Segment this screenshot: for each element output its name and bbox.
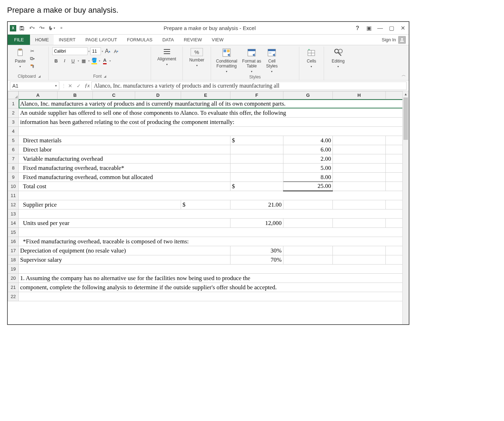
- cell[interactable]: Variable manufacturing overhead: [19, 154, 230, 164]
- paste-button[interactable]: Paste ▾: [13, 47, 27, 69]
- name-box[interactable]: A1▾: [10, 82, 59, 90]
- increase-font-icon[interactable]: A▴: [104, 48, 112, 55]
- row-header[interactable]: 4: [8, 127, 19, 136]
- cut-icon[interactable]: ✂: [29, 47, 36, 54]
- cell[interactable]: Supplier price: [19, 200, 181, 209]
- col-header-D[interactable]: D: [135, 91, 181, 99]
- col-header-I[interactable]: I: [386, 91, 403, 99]
- cell[interactable]: 5.00: [283, 164, 333, 173]
- row-header[interactable]: 9: [8, 173, 19, 182]
- decrease-font-icon[interactable]: A▾: [112, 48, 120, 55]
- undo-button[interactable]: ↶▾: [28, 24, 36, 32]
- col-header-E[interactable]: E: [181, 91, 230, 99]
- cell[interactable]: Fixed manufacturing overhead, common but…: [19, 173, 230, 182]
- cell[interactable]: [230, 154, 283, 164]
- tab-home[interactable]: HOME: [30, 35, 54, 45]
- column-headers[interactable]: A B C D E F G H I: [8, 91, 403, 99]
- cell[interactable]: 6.00: [283, 145, 333, 154]
- cell[interactable]: *Fixed manufacturing overhead, traceable…: [19, 237, 403, 246]
- cell[interactable]: [19, 228, 403, 237]
- tab-formulas[interactable]: FORMULAS: [122, 35, 157, 45]
- cell[interactable]: Depreciation of equipment (no resale val…: [19, 246, 230, 255]
- cell[interactable]: Direct materials: [19, 136, 230, 145]
- cell[interactable]: 25.00: [283, 182, 333, 191]
- cell[interactable]: [386, 173, 403, 182]
- qat-customize-button[interactable]: =: [57, 24, 66, 32]
- cell[interactable]: [333, 173, 386, 182]
- row-header[interactable]: 5: [8, 136, 19, 145]
- cell[interactable]: [386, 246, 403, 255]
- col-header-A[interactable]: A: [19, 91, 58, 99]
- number-format-button[interactable]: % Number ▾: [188, 47, 206, 68]
- cell[interactable]: [333, 200, 386, 209]
- tab-page-layout[interactable]: PAGE LAYOUT: [80, 35, 122, 45]
- row-header[interactable]: 15: [8, 228, 19, 237]
- cells-button[interactable]: Cells ▾: [305, 47, 318, 69]
- cell[interactable]: 1. Assuming the company has no alternati…: [19, 274, 403, 283]
- tab-view[interactable]: VIEW: [207, 35, 228, 45]
- cell[interactable]: [386, 154, 403, 164]
- cell[interactable]: [19, 265, 403, 274]
- row-header[interactable]: 19: [8, 265, 19, 274]
- clipboard-dialog-launcher[interactable]: ◢: [38, 75, 41, 78]
- row-header[interactable]: 10: [8, 182, 19, 191]
- scroll-thumb[interactable]: [403, 97, 408, 140]
- cell[interactable]: component, complete the following analys…: [19, 283, 403, 292]
- row-header[interactable]: 20: [8, 274, 19, 283]
- row-header[interactable]: 16: [8, 237, 19, 246]
- cell[interactable]: Supervisor salary: [19, 255, 230, 265]
- col-header-F[interactable]: F: [230, 91, 283, 99]
- cell[interactable]: [230, 164, 283, 173]
- formula-input[interactable]: Alanco, Inc. manufactures a variety of p…: [91, 82, 407, 90]
- scroll-up-icon[interactable]: ▲: [403, 91, 409, 97]
- collapse-ribbon-icon[interactable]: ︿: [402, 72, 406, 78]
- cell[interactable]: [386, 182, 403, 191]
- row-header[interactable]: 7: [8, 154, 19, 164]
- insert-function-icon[interactable]: ƒx: [83, 83, 91, 89]
- cancel-formula-icon[interactable]: ✕: [66, 83, 74, 89]
- cell[interactable]: [386, 255, 403, 265]
- format-as-table-button[interactable]: Format as Table▾: [241, 47, 263, 74]
- cell[interactable]: Direct labor: [19, 145, 230, 154]
- row-header[interactable]: 12: [8, 200, 19, 209]
- row-header[interactable]: 1: [8, 99, 19, 108]
- bold-button[interactable]: B: [52, 57, 60, 64]
- row-header[interactable]: 2: [8, 108, 19, 118]
- cell[interactable]: 8.00: [283, 173, 333, 182]
- cell[interactable]: [230, 173, 283, 182]
- cell[interactable]: [19, 209, 403, 219]
- cell[interactable]: [386, 145, 403, 154]
- row-header[interactable]: 13: [8, 209, 19, 219]
- cell[interactable]: [333, 154, 386, 164]
- cell[interactable]: [386, 136, 403, 145]
- cell[interactable]: [333, 219, 386, 228]
- sign-in-button[interactable]: Sign In: [382, 36, 406, 44]
- col-header-C[interactable]: C: [93, 91, 135, 99]
- underline-button[interactable]: U: [69, 57, 77, 64]
- tab-review[interactable]: REVIEW: [179, 35, 207, 45]
- row-header[interactable]: 18: [8, 255, 19, 265]
- cell[interactable]: 70%: [230, 255, 283, 265]
- cell[interactable]: [19, 292, 403, 301]
- cell[interactable]: [283, 246, 333, 255]
- font-name-input[interactable]: [52, 47, 88, 55]
- cell[interactable]: [386, 200, 403, 209]
- row-header[interactable]: 11: [8, 191, 19, 200]
- cell[interactable]: 21.00: [230, 200, 283, 209]
- fill-color-button[interactable]: 🪣: [90, 57, 98, 64]
- cell[interactable]: [333, 182, 386, 191]
- cell[interactable]: [333, 136, 386, 145]
- font-dialog-launcher[interactable]: ◢: [104, 75, 106, 78]
- cell[interactable]: [19, 191, 403, 200]
- redo-button[interactable]: ↷▾: [37, 24, 46, 32]
- cell[interactable]: $: [230, 136, 283, 145]
- cell[interactable]: [386, 164, 403, 173]
- alignment-button[interactable]: Alignment ▾: [156, 47, 178, 67]
- font-color-button[interactable]: A: [101, 57, 109, 64]
- enter-formula-icon[interactable]: ✓: [74, 83, 83, 89]
- ribbon-display-icon[interactable]: ▣: [365, 25, 373, 31]
- minimize-icon[interactable]: —: [376, 25, 384, 31]
- row-header[interactable]: 14: [8, 219, 19, 228]
- cell[interactable]: An outside supplier has offered to sell …: [19, 108, 403, 118]
- copy-icon[interactable]: ⧉▾: [29, 55, 36, 62]
